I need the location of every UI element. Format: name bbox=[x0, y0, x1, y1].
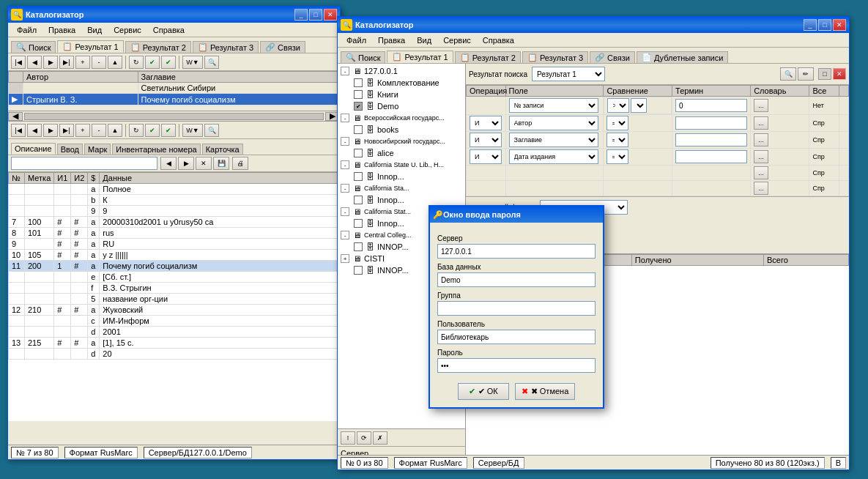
dict-btn[interactable]: ... bbox=[754, 116, 768, 130]
btn-refresh-tree[interactable]: ⟳ bbox=[357, 431, 371, 445]
tree-item[interactable]: - 🖥 127.0.0.1 bbox=[339, 65, 464, 77]
menu-file-1[interactable]: Файл bbox=[11, 24, 42, 36]
field-select[interactable]: Заглавие bbox=[509, 133, 598, 147]
table-row[interactable]: Светильник Сибири bbox=[9, 83, 340, 94]
menu-help-1[interactable]: Справка bbox=[147, 24, 190, 36]
nav-delete-1[interactable]: - bbox=[92, 56, 106, 69]
tab-result2-2[interactable]: 📋 Результат 2 bbox=[455, 51, 521, 63]
tab-links-1[interactable]: 🔗 Связи bbox=[260, 41, 305, 53]
checkbox-icon[interactable] bbox=[354, 125, 363, 134]
nav-del-btn[interactable]: ✕ bbox=[196, 157, 212, 170]
search-row[interactable]: ... Спр bbox=[467, 181, 849, 196]
search-row[interactable]: № записи > ... Нет bbox=[467, 97, 849, 115]
tab-marc[interactable]: Марк bbox=[84, 144, 111, 155]
minimize-button-1[interactable]: _ bbox=[294, 9, 308, 21]
search-row[interactable]: И Автор = ... Спр bbox=[467, 115, 849, 132]
table-row[interactable]: bК bbox=[9, 195, 340, 206]
nav-save-btn[interactable]: 💾 bbox=[213, 157, 229, 170]
close-button-1[interactable]: ✕ bbox=[324, 9, 337, 21]
menu-edit-1[interactable]: Правка bbox=[42, 24, 81, 36]
field-select[interactable]: Автор bbox=[509, 116, 598, 130]
close-button-2[interactable]: ✕ bbox=[833, 19, 846, 31]
nav-next-2[interactable]: ▶ bbox=[43, 124, 58, 137]
nav-search-2[interactable]: 🔍 bbox=[204, 124, 219, 137]
panel-size-btn[interactable]: □ bbox=[818, 68, 831, 80]
tree-item[interactable]: 🗄 Комплектование bbox=[339, 77, 464, 89]
nav-edit-1[interactable]: ▲ bbox=[108, 56, 122, 69]
tree-item[interactable]: - 🖥 California State U. Lib., H... bbox=[339, 159, 464, 171]
table-row[interactable]: 13215##a[1], 15 с. bbox=[9, 338, 340, 349]
field-select[interactable]: № записи bbox=[509, 98, 598, 113]
nav-refresh-2[interactable]: ↻ bbox=[129, 124, 144, 137]
group-field[interactable] bbox=[437, 301, 596, 316]
nav-last-2[interactable]: ▶| bbox=[59, 124, 74, 137]
nav-add-2[interactable]: + bbox=[75, 124, 90, 137]
user-field[interactable] bbox=[437, 330, 596, 344]
tree-item[interactable]: 🗄 books bbox=[339, 124, 464, 135]
term-input[interactable] bbox=[675, 99, 747, 112]
maximize-button-2[interactable]: □ bbox=[818, 19, 831, 31]
tree-item[interactable]: - 🖥 California Sta... bbox=[339, 182, 464, 194]
panel-close-btn[interactable]: ✕ bbox=[833, 68, 846, 80]
tree-toggle[interactable]: - bbox=[341, 207, 349, 216]
nav-check2-1[interactable]: ✔ bbox=[161, 56, 176, 69]
checkbox-icon[interactable] bbox=[354, 242, 363, 251]
scroll-left[interactable]: ◀ bbox=[8, 112, 23, 121]
minimize-button-2[interactable]: _ bbox=[804, 19, 817, 31]
tree-toggle[interactable]: - bbox=[341, 67, 349, 75]
dict-btn[interactable]: ... bbox=[754, 150, 768, 163]
menu-view-2[interactable]: Вид bbox=[411, 34, 437, 46]
cmp-select2[interactable] bbox=[631, 98, 647, 113]
nav-search-btn[interactable]: ◀ bbox=[160, 157, 177, 170]
search-edit-icon[interactable]: ✏ bbox=[798, 67, 814, 81]
checkbox-checked-icon[interactable]: ✔ bbox=[354, 102, 363, 111]
tree-item[interactable]: - 🖥 Всероссийская государс... bbox=[339, 112, 464, 124]
tree-item[interactable]: 🗄 Книги bbox=[339, 89, 464, 100]
dict-btn[interactable]: ... bbox=[754, 182, 768, 195]
cancel-button[interactable]: ✖ ✖ Отмена bbox=[515, 383, 576, 400]
tree-item[interactable]: - 🖥 Новосибирский государс... bbox=[339, 135, 464, 147]
table-row[interactable]: 10105##ay z |||||| bbox=[9, 250, 340, 261]
table-row[interactable]: 9##aRU bbox=[9, 239, 340, 250]
term-input[interactable] bbox=[675, 150, 747, 163]
nav-print-btn[interactable]: 🖨 bbox=[232, 157, 248, 170]
tab-search-1[interactable]: 🔍 Поиск bbox=[11, 41, 56, 53]
table-row[interactable]: d2001 bbox=[9, 327, 340, 338]
table-row[interactable]: 5название орг-ции bbox=[9, 294, 340, 305]
tab-search-2[interactable]: 🔍 Поиск bbox=[341, 51, 385, 63]
tab-duplicates-2[interactable]: 📄 Дублетные записи bbox=[637, 51, 728, 63]
cmp-select[interactable]: > bbox=[607, 98, 629, 113]
table-row[interactable]: d20 bbox=[9, 349, 340, 360]
menu-help-2[interactable]: Справка bbox=[477, 34, 520, 46]
op-select[interactable]: И bbox=[470, 149, 502, 164]
menu-service-2[interactable]: Сервис bbox=[437, 34, 477, 46]
result-search-select[interactable]: Результат 1 bbox=[532, 67, 605, 81]
checkbox-icon[interactable] bbox=[354, 219, 363, 228]
record-grid-container[interactable]: № Метка И1 И2 $ Данные aПолное bК 99 bbox=[8, 172, 340, 421]
nav-check-1[interactable]: ✔ bbox=[145, 56, 160, 69]
tree-toggle[interactable]: - bbox=[341, 231, 349, 240]
nav-prev-1[interactable]: ◀ bbox=[27, 56, 42, 69]
search-row[interactable]: ... Спр bbox=[467, 166, 849, 181]
nav-first-1[interactable]: |◀ bbox=[11, 56, 26, 69]
search-nav-icon[interactable]: 🔍 bbox=[780, 67, 796, 81]
maximize-button-1[interactable]: □ bbox=[309, 9, 322, 21]
menu-service-1[interactable]: Сервис bbox=[108, 24, 147, 36]
cmp-select[interactable]: = bbox=[607, 116, 628, 130]
menu-view-1[interactable]: Вид bbox=[81, 24, 108, 36]
table-row[interactable]: 7100##a20000310d2001 u y0rusy50 ca bbox=[9, 217, 340, 228]
password-field[interactable] bbox=[437, 358, 596, 373]
nav-check-2[interactable]: ✔ bbox=[145, 124, 160, 137]
tab-result1-1[interactable]: 📋 Результат 1 bbox=[57, 40, 123, 53]
tree-toggle[interactable]: + bbox=[341, 254, 349, 263]
tab-description[interactable]: Описание bbox=[11, 143, 56, 155]
nav-search-btn2[interactable]: ▶ bbox=[178, 157, 194, 170]
term-input[interactable] bbox=[675, 116, 747, 130]
term-input[interactable] bbox=[675, 133, 747, 146]
cmp-select[interactable]: = bbox=[607, 133, 628, 147]
tree-toggle[interactable]: - bbox=[341, 160, 349, 169]
btn-excl[interactable]: ! bbox=[341, 431, 355, 445]
table-row[interactable]: e[Сб. ст.] bbox=[9, 272, 340, 283]
checkbox-icon[interactable] bbox=[354, 90, 363, 99]
nav-search-1[interactable]: 🔍 bbox=[204, 56, 219, 69]
